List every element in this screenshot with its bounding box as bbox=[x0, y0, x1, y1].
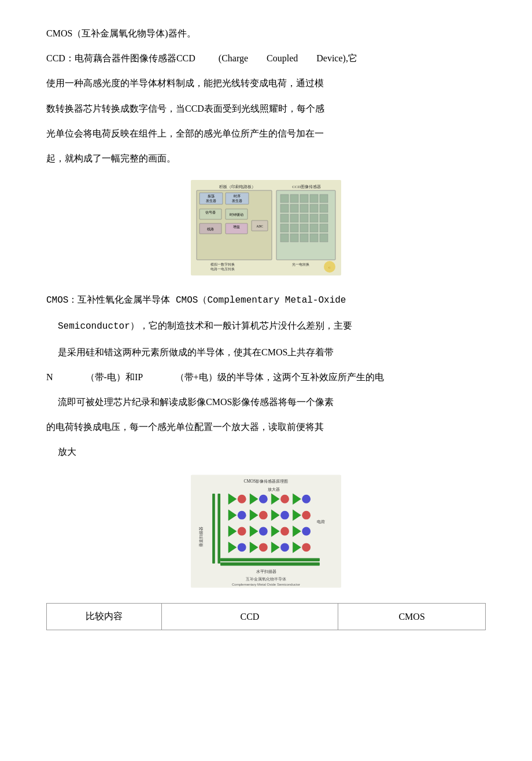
cmos-6-text: 的电荷转换成电压，每一个感光单位配置一个放大器，读取前便将其 bbox=[46, 422, 324, 432]
svg-rect-41 bbox=[280, 234, 289, 242]
svg-rect-45 bbox=[320, 234, 328, 242]
svg-rect-30 bbox=[320, 204, 328, 212]
svg-point-72 bbox=[302, 511, 311, 520]
svg-rect-35 bbox=[320, 214, 328, 222]
table-col3-header: CMOS bbox=[338, 604, 486, 630]
table-header-row: 比较内容 CCD CMOS bbox=[47, 604, 486, 630]
paragraph-ccd-cont3: 光单位会将电荷反映在组件上，全部的感光单位所产生的信号加在一 bbox=[46, 123, 486, 144]
svg-rect-55 bbox=[212, 494, 215, 564]
svg-rect-25 bbox=[320, 194, 328, 203]
svg-point-69 bbox=[238, 511, 246, 520]
device-text: Device),它 bbox=[316, 53, 357, 63]
svg-rect-26 bbox=[280, 204, 289, 212]
paragraph-cmos-np: N （带-电）和IP （带+电）级的半导体，这两个互补效应所产生的电 bbox=[46, 367, 486, 387]
paragraph-ccd-cont1: 使用一种高感光度的半导体材料制成，能把光线转变成电荷，通过模 bbox=[46, 73, 486, 93]
svg-text:ADC: ADC bbox=[256, 225, 263, 228]
svg-rect-28 bbox=[300, 204, 308, 212]
paragraph-cmos-intro: CMOS（互补金属氧化物导体)器件。 bbox=[46, 23, 486, 43]
svg-rect-38 bbox=[300, 224, 308, 232]
svg-rect-31 bbox=[280, 214, 289, 222]
cmos-n-text: N bbox=[46, 372, 53, 382]
svg-rect-21 bbox=[280, 194, 289, 203]
cmos-title-text: CMOS：互补性氧化金属半导体 CMOS（Complementary Metal… bbox=[46, 295, 346, 306]
ccd-cont3-text: 光单位会将电荷反映在组件上，全部的感光单位所产生的信号加在一 bbox=[46, 128, 324, 138]
cmos-5-text: 流即可被处理芯片纪录和解读成影像CMOS影像传感器将每一个像素 bbox=[58, 397, 334, 407]
svg-text:发生器: 发生器 bbox=[232, 199, 242, 203]
svg-text:光一电转换: 光一电转换 bbox=[292, 263, 309, 266]
table-col1-header: 比较内容 bbox=[47, 604, 162, 630]
svg-rect-27 bbox=[290, 204, 298, 212]
svg-text:模拟一数字转换: 模拟一数字转换 bbox=[210, 262, 235, 266]
table-col2-header: CCD bbox=[161, 604, 338, 630]
svg-rect-29 bbox=[310, 204, 318, 212]
page-container: CMOS（互补金属氧化物导体)器件。 CCD：电荷藕合器件图像传感器CCD (C… bbox=[0, 0, 532, 630]
svg-text:电荷: 电荷 bbox=[317, 520, 325, 524]
svg-point-79 bbox=[280, 527, 289, 536]
coupled-text: Coupled bbox=[267, 53, 298, 63]
svg-point-77 bbox=[238, 527, 246, 536]
svg-text:水平扫描器: 水平扫描器 bbox=[256, 569, 276, 574]
cmos-n-label: （带-电）和IP bbox=[86, 372, 143, 382]
cmos-intro-text: CMOS（互补金属氧化物导体)器件。 bbox=[46, 28, 196, 38]
svg-point-62 bbox=[259, 495, 268, 503]
svg-rect-40 bbox=[320, 224, 328, 232]
svg-point-88 bbox=[302, 543, 311, 552]
svg-point-85 bbox=[238, 543, 246, 552]
svg-text:互补金属氧化物半导体: 互补金属氧化物半导体 bbox=[246, 577, 286, 582]
svg-point-63 bbox=[280, 495, 289, 503]
svg-rect-36 bbox=[280, 224, 289, 232]
svg-rect-90 bbox=[220, 558, 320, 562]
paragraph-ccd-cont4: 起，就构成了一幅完整的画面。 bbox=[46, 148, 486, 168]
paragraph-cmos-3: 是采用硅和错这两种元素所做成的半导体，使其在CMOS上共存着带 bbox=[46, 342, 486, 362]
ccd-diagram-container: 积板（印刷电路板） CCD图像传感器 振荡 发生器 时序 发生器 信号器 时钟驱… bbox=[46, 180, 486, 275]
ccd-cont4-text: 起，就构成了一幅完整的画面。 bbox=[46, 153, 176, 163]
svg-rect-44 bbox=[310, 234, 318, 242]
svg-rect-22 bbox=[290, 194, 298, 203]
svg-text:电路一电压转换: 电路一电压转换 bbox=[210, 267, 235, 271]
svg-point-78 bbox=[259, 527, 268, 536]
ccd-cont1-text: 使用一种高感光度的半导体材料制成，能把光线转变成电荷，通过模 bbox=[46, 78, 324, 88]
paragraph-cmos-7: 放大 bbox=[46, 442, 486, 462]
svg-text:积板（印刷电路板）: 积板（印刷电路板） bbox=[219, 185, 256, 189]
svg-point-64 bbox=[302, 495, 311, 503]
svg-rect-56 bbox=[217, 494, 220, 564]
svg-text:振荡: 振荡 bbox=[208, 194, 215, 198]
svg-rect-91 bbox=[220, 563, 320, 566]
cmos-2-text: Semiconductor），它的制造技术和一般计算机芯片没什么差别，主要 bbox=[58, 321, 352, 332]
svg-text:Complementary Metal Oxide Semi: Complementary Metal Oxide Semiconductor bbox=[232, 583, 300, 586]
ccd-charge-text: (Charge bbox=[219, 53, 248, 63]
svg-text:时序: 时序 bbox=[234, 194, 241, 198]
svg-point-87 bbox=[280, 543, 289, 552]
svg-rect-24 bbox=[310, 194, 318, 203]
svg-point-71 bbox=[280, 511, 289, 520]
svg-text:时钟驱动: 时钟驱动 bbox=[230, 213, 243, 216]
svg-text:CCD图像传感器: CCD图像传感器 bbox=[292, 185, 320, 189]
svg-text:垂直扫描器: 垂直扫描器 bbox=[199, 527, 203, 547]
svg-text:放大器: 放大器 bbox=[268, 487, 280, 492]
svg-text:发生器: 发生器 bbox=[206, 199, 216, 203]
cmos-7-text: 放大 bbox=[58, 447, 76, 457]
paragraph-cmos-6: 的电荷转换成电压，每一个感光单位配置一个放大器，读取前便将其 bbox=[46, 417, 486, 437]
svg-point-61 bbox=[238, 495, 246, 503]
svg-point-86 bbox=[259, 543, 268, 552]
paragraph-cmos-title: CMOS：互补性氧化金属半导体 CMOS（Complementary Metal… bbox=[46, 289, 486, 311]
cmos-diagram-container: CMOS影像传感器原理图 放大器 垂直扫描器 bbox=[46, 473, 486, 589]
cmos-diagram-svg: CMOS影像传感器原理图 放大器 垂直扫描器 bbox=[191, 473, 341, 589]
ccd-cont2-text: 数转换器芯片转换成数字信号，当CCD表面受到光线照耀时，每个感 bbox=[46, 104, 324, 113]
svg-rect-39 bbox=[310, 224, 318, 232]
ccd-label-text: CCD：电荷藕合器件图像传感器CCD bbox=[46, 53, 195, 63]
paragraph-ccd: CCD：电荷藕合器件图像传感器CCD (Charge Coupled Devic… bbox=[46, 48, 486, 68]
svg-text:增益: 增益 bbox=[232, 225, 240, 229]
paragraph-cmos-2: Semiconductor），它的制造技术和一般计算机芯片没什么差别，主要 bbox=[46, 315, 486, 337]
svg-rect-43 bbox=[300, 234, 308, 242]
svg-rect-32 bbox=[290, 214, 298, 222]
svg-point-80 bbox=[302, 527, 311, 536]
svg-rect-34 bbox=[310, 214, 318, 222]
svg-text:CMOS影像传感器原理图: CMOS影像传感器原理图 bbox=[244, 479, 289, 484]
svg-rect-33 bbox=[300, 214, 308, 222]
svg-text:信号器: 信号器 bbox=[205, 211, 216, 214]
cmos-p-label: （带+电）级的半导体，这两个互补效应所产生的电 bbox=[175, 372, 384, 382]
paragraph-cmos-5: 流即可被处理芯片纪录和解读成影像CMOS影像传感器将每一个像素 bbox=[46, 392, 486, 412]
svg-rect-23 bbox=[300, 194, 308, 203]
svg-text:线路: 线路 bbox=[207, 227, 214, 231]
